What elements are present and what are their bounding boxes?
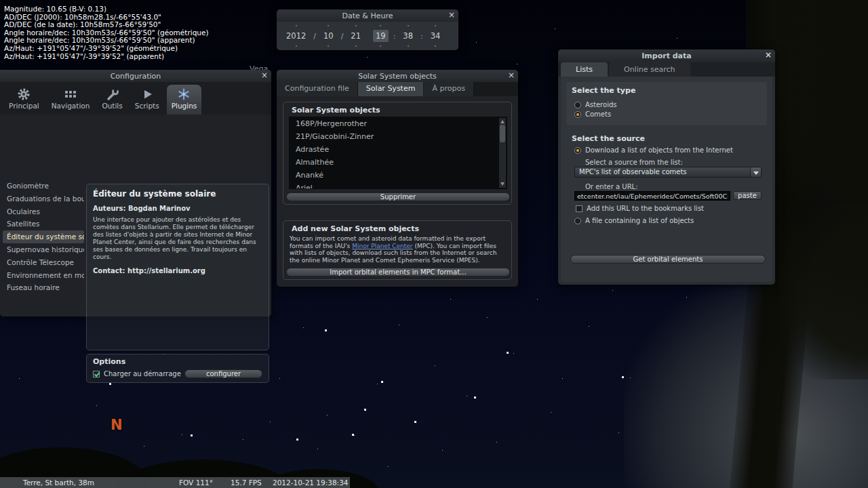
- solar-object-item[interactable]: Ananké: [290, 169, 507, 182]
- select-source-group: Select the source Download a list of obj…: [566, 133, 767, 294]
- datetime-dialog-titlebar[interactable]: Date & Heure ×: [277, 9, 458, 22]
- source-dropdown[interactable]: MPC's list of observable comets: [574, 167, 762, 178]
- second-spinner[interactable]: 34: [428, 30, 443, 42]
- tab-scripts[interactable]: Scripts: [130, 85, 164, 115]
- plugin-authors: Auteurs: Bogdan Marinov: [93, 205, 262, 212]
- status-bar: Terre, St barth, 38m FOV 111° 15.7 FPS 2…: [0, 477, 350, 488]
- solar-object-item[interactable]: 21P/Giacobini-Zinner: [290, 130, 507, 143]
- configure-button[interactable]: configurer: [184, 369, 262, 378]
- scroll-up-icon[interactable]: [500, 120, 505, 123]
- plugin-contact: Contact: http://stellarium.org: [93, 267, 262, 274]
- chevron-down-icon[interactable]: [750, 167, 761, 177]
- solar-object-item[interactable]: Ariel: [290, 182, 507, 189]
- asteroids-radio[interactable]: [574, 102, 581, 108]
- plugin-list-item[interactable]: Environnement en mo...: [3, 269, 84, 282]
- tab-plugins[interactable]: Plugins: [167, 85, 202, 115]
- download-from-internet-label: Download a list of objects from the Inte…: [585, 146, 733, 154]
- status-location: Terre, St barth, 38m: [23, 479, 94, 487]
- scroll-down-icon[interactable]: [500, 182, 505, 186]
- file-list-radio[interactable]: [574, 218, 581, 224]
- tab-outils[interactable]: Outils: [97, 85, 127, 115]
- tab-navigation[interactable]: Navigation: [47, 85, 95, 115]
- plugin-list-item[interactable]: Supernovae historiques: [3, 243, 84, 256]
- plugin-title: Éditeur du système solaire: [93, 189, 262, 199]
- tab-configuration-file[interactable]: Configuration file: [277, 82, 358, 96]
- import-data-dialog-title: Import data: [642, 52, 691, 60]
- plugin-options-panel: Options Charger au démarrage configurer: [86, 354, 269, 383]
- paste-button[interactable]: paste: [733, 191, 762, 200]
- datetime-dialog-title: Date & Heure: [342, 12, 393, 20]
- stellarium-sky-view[interactable]: Vega N Magnitude: 10.65 (B-V: 0.13) AD/D…: [0, 0, 868, 488]
- tab-principal[interactable]: Principal: [4, 85, 44, 115]
- get-orbital-elements-button[interactable]: Get orbital elements: [570, 255, 766, 264]
- tab-label: Plugins: [172, 102, 197, 110]
- solar-object-item[interactable]: Adrastée: [290, 143, 507, 156]
- cardinal-north-marker: N: [111, 417, 123, 433]
- bookmark-url-checkbox[interactable]: [576, 205, 583, 212]
- add-objects-description: You can import comet and asteroid data f…: [290, 235, 507, 264]
- tab-online-search[interactable]: Online search: [609, 62, 690, 77]
- info-line-azalt-app: Az/Haut: +191°05'47"/-39°39'52" (apparen…: [4, 53, 209, 61]
- plugin-list-item[interactable]: Satellites: [3, 218, 84, 230]
- configuration-dialog-titlebar[interactable]: Configuration ×: [0, 70, 271, 82]
- select-source-heading: Select the source: [572, 134, 645, 143]
- plugin-list-item[interactable]: Oculaires: [3, 205, 84, 218]
- close-icon[interactable]: ×: [764, 51, 773, 60]
- tab-label: Outils: [102, 102, 122, 110]
- wrench-icon: [106, 87, 119, 101]
- year-spinner[interactable]: 2012: [283, 30, 309, 42]
- plugin-list-item[interactable]: Contrôle Télescope: [3, 256, 84, 269]
- solar-objects-list: 168P/Hergenrother 21P/Giacobini-Zinner A…: [289, 117, 507, 189]
- comets-radio[interactable]: [574, 111, 581, 118]
- status-fps: 15.7 FPS: [231, 479, 262, 487]
- import-mpc-button[interactable]: Import orbital elements in MPC format...: [286, 268, 510, 277]
- source-dropdown-value: MPC's list of observable comets: [575, 167, 750, 177]
- add-objects-heading: Add new Solar System objects: [292, 224, 419, 233]
- select-type-heading: Select the type: [572, 86, 635, 95]
- minute-spinner[interactable]: 38: [400, 30, 416, 42]
- minor-planet-center-link[interactable]: Minor Planet Center: [352, 243, 412, 249]
- tab-solar-system[interactable]: Solar System: [358, 82, 425, 96]
- plugin-list-item[interactable]: Graduations de la bou...: [3, 192, 84, 205]
- day-spinner[interactable]: 21: [348, 30, 363, 42]
- solar-object-item[interactable]: 168P/Hergenrother: [290, 117, 507, 130]
- status-fov: FOV 111°: [179, 479, 213, 487]
- plugin-list-item[interactable]: Goniomètre: [3, 180, 84, 192]
- hour-spinner[interactable]: 19: [373, 30, 389, 42]
- solar-object-item[interactable]: Almalthée: [290, 156, 507, 169]
- solar-system-dialog-titlebar[interactable]: Solar System objects ×: [277, 70, 518, 82]
- month-spinner[interactable]: 10: [321, 30, 336, 42]
- plugin-list: Goniomètre Graduations de la bou... Ocul…: [3, 180, 84, 294]
- url-input[interactable]: [574, 191, 730, 201]
- solar-system-dialog-title: Solar System objects: [358, 72, 437, 81]
- date-separator: /: [313, 32, 316, 41]
- object-info-panel: Magnitude: 10.65 (B-V: 0.13) AD/DEC (J20…: [4, 5, 209, 60]
- plugin-description: Une interface pour ajouter des astéroïde…: [93, 216, 262, 261]
- close-icon[interactable]: ×: [507, 71, 516, 81]
- close-icon[interactable]: ×: [260, 71, 269, 81]
- keypad-icon: [64, 87, 77, 101]
- solar-objects-group: Solar System objects 168P/Hergenrother 2…: [283, 102, 512, 205]
- configuration-dialog: Configuration × Principal Navigation Out…: [0, 70, 271, 317]
- import-data-dialog: Import data × Lists Online search Select…: [558, 49, 775, 285]
- remove-object-button[interactable]: Supprimer: [286, 192, 510, 201]
- scrollbar[interactable]: [499, 118, 506, 188]
- time-fields: 19 : 38 : 34: [373, 30, 443, 42]
- tab-a-propos[interactable]: À propos: [424, 82, 473, 96]
- download-from-internet-radio[interactable]: [574, 147, 581, 154]
- info-line-azalt-geo: Az/Haut: +191°05'47"/-39°39'52" (géométr…: [4, 45, 209, 53]
- close-icon[interactable]: ×: [447, 11, 456, 20]
- plugin-list-item-selected[interactable]: Éditeur du système sol...: [3, 230, 84, 243]
- file-list-label: A file containing a list of objects: [585, 217, 694, 224]
- import-tab-bar: Lists Online search: [558, 62, 775, 77]
- solar-objects-heading: Solar System objects: [292, 106, 380, 115]
- import-data-dialog-titlebar[interactable]: Import data ×: [558, 49, 775, 62]
- time-separator: :: [393, 32, 396, 41]
- scrollbar-thumb[interactable]: [500, 125, 505, 142]
- plugin-list-item[interactable]: Fuseau horaire: [3, 281, 84, 294]
- date-separator: /: [341, 32, 344, 41]
- configuration-tab-bar: Principal Navigation Outils Scripts Plug…: [0, 82, 271, 115]
- add-objects-group: Add new Solar System objects You can imp…: [283, 220, 512, 280]
- load-at-startup-checkbox[interactable]: [93, 371, 100, 378]
- tab-lists[interactable]: Lists: [561, 62, 608, 77]
